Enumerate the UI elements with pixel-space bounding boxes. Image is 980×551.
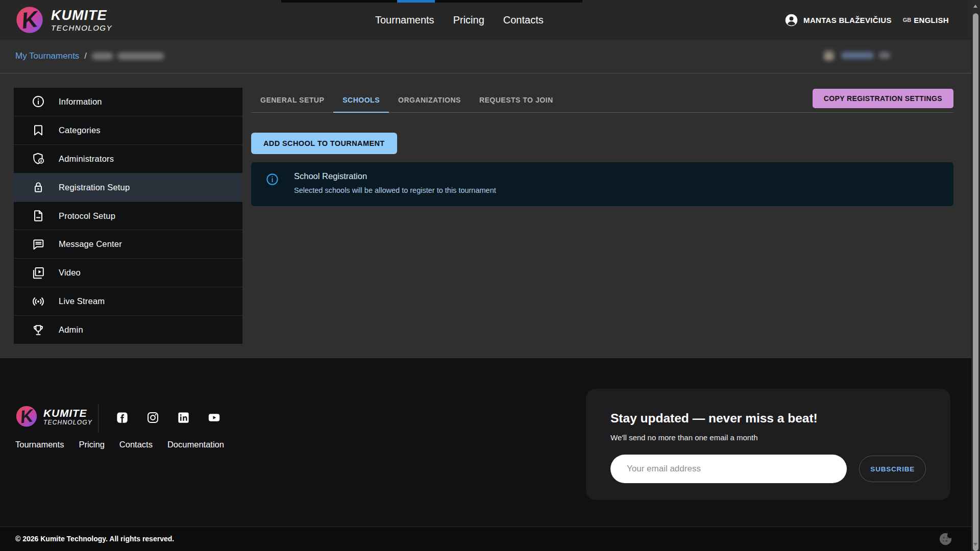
- admin-shield-icon: [31, 152, 45, 166]
- tab-requests-to-join[interactable]: REQUESTS TO JOIN: [470, 89, 562, 112]
- date-badge: [822, 48, 890, 62]
- chat-icon: [31, 237, 45, 252]
- sidebar-item-protocol-setup[interactable]: Protocol Setup: [14, 202, 242, 230]
- main-nav: Tournaments Pricing Contacts: [375, 0, 544, 40]
- language-label: ENGLISH: [914, 16, 949, 24]
- sidebar-item-label: Video: [59, 268, 81, 278]
- brand-name: KUMITE: [51, 9, 112, 22]
- facebook-icon: [115, 411, 129, 424]
- footer: K KUMITE TECHNOLOGY: [0, 358, 971, 527]
- main-panel: GENERAL SETUP SCHOOLS ORGANIZATIONS REQU…: [251, 74, 953, 358]
- broadcast-icon: [31, 294, 45, 309]
- social-link-facebook[interactable]: [115, 411, 129, 424]
- scrollbar-down-arrow-icon[interactable]: [973, 543, 977, 546]
- info-icon: [265, 172, 279, 186]
- sidebar-item-message-center[interactable]: Message Center: [14, 230, 242, 258]
- tabs-row: GENERAL SETUP SCHOOLS ORGANIZATIONS REQU…: [251, 89, 953, 113]
- header: K KUMITE TECHNOLOGY Tournaments Pricing …: [0, 0, 971, 40]
- scrollbar-thumb[interactable]: [973, 13, 978, 551]
- kumite-logo-icon: K: [15, 405, 38, 428]
- copyright-text: © 2026 Kumite Technology. All rights res…: [15, 535, 174, 543]
- subscribe-button[interactable]: SUBSCRIBE: [859, 456, 926, 482]
- sidebar-item-registration-setup[interactable]: Registration Setup: [14, 173, 242, 202]
- breadcrumb-separator: /: [84, 51, 87, 61]
- brand-subtitle: TECHNOLOGY: [51, 24, 112, 32]
- footer-link-documentation[interactable]: Documentation: [167, 440, 224, 449]
- footer-link-pricing[interactable]: Pricing: [79, 440, 104, 449]
- sidebar-item-label: Administrators: [59, 154, 114, 164]
- bottom-bar: © 2026 Kumite Technology. All rights res…: [0, 527, 971, 551]
- sidebar-item-label: Live Stream: [59, 296, 105, 306]
- lock-icon: [31, 180, 45, 194]
- window-top-strip: [281, 0, 582, 3]
- footer-brand-logo[interactable]: K KUMITE TECHNOLOGY: [15, 405, 92, 428]
- bookmark-icon: [31, 123, 45, 137]
- social-link-youtube[interactable]: [207, 411, 221, 424]
- sidebar-item-label: Registration Setup: [59, 183, 130, 192]
- scrollbar-up-arrow-icon[interactable]: [973, 5, 977, 8]
- alert-title: School Registration: [294, 171, 496, 181]
- footer-brand-subtitle: TECHNOLOGY: [43, 419, 92, 425]
- newsletter-subtitle: We'll send no more than one email a mont…: [610, 433, 926, 442]
- add-school-button[interactable]: ADD SCHOOL TO TOURNAMENT: [251, 133, 397, 154]
- sidebar-item-categories[interactable]: Categories: [14, 116, 242, 144]
- cookie-settings-icon[interactable]: [938, 531, 953, 547]
- brand-logo[interactable]: K KUMITE TECHNOLOGY: [15, 6, 112, 34]
- newsletter-title: Stay updated — never miss a beat!: [610, 411, 926, 425]
- scrollbar[interactable]: [971, 0, 980, 551]
- sidebar-item-label: Admin: [59, 325, 83, 335]
- social-link-linkedin[interactable]: [177, 411, 190, 424]
- tab-general-setup[interactable]: GENERAL SETUP: [251, 89, 333, 112]
- sidebar-item-label: Protocol Setup: [59, 211, 115, 221]
- breadcrumb: My Tournaments /: [15, 51, 164, 61]
- language-selector[interactable]: GB ENGLISH: [903, 16, 949, 24]
- calendar-icon: [822, 48, 836, 62]
- social-links: [115, 411, 221, 424]
- email-input[interactable]: [610, 455, 847, 483]
- sidebar-item-live-stream[interactable]: Live Stream: [14, 287, 242, 315]
- user-name: MANTAS BLAŽEVIČIUS: [803, 16, 892, 24]
- sidebar-item-admin[interactable]: Admin: [14, 315, 242, 344]
- school-registration-alert: School Registration Selected schools wil…: [251, 162, 953, 206]
- language-country-code: GB: [903, 17, 912, 23]
- footer-brand-name: KUMITE: [43, 408, 92, 418]
- sidebar: Information Categories: [14, 88, 242, 344]
- instagram-icon: [146, 411, 160, 424]
- footer-link-contacts[interactable]: Contacts: [119, 440, 153, 449]
- sidebar-item-label: Categories: [59, 126, 101, 135]
- tab-indicator: [397, 0, 435, 3]
- copy-registration-settings-button[interactable]: COPY REGISTRATION SETTINGS: [813, 89, 953, 108]
- social-link-instagram[interactable]: [146, 411, 160, 424]
- breadcrumb-bar: My Tournaments /: [0, 40, 971, 73]
- tab-schools[interactable]: SCHOOLS: [333, 89, 389, 112]
- nav-pricing[interactable]: Pricing: [453, 14, 484, 26]
- sidebar-item-video[interactable]: Video: [14, 258, 242, 287]
- footer-divider: [98, 404, 99, 433]
- linkedin-icon: [177, 411, 190, 424]
- nav-contacts[interactable]: Contacts: [503, 14, 544, 26]
- trophy-icon: [31, 323, 45, 337]
- kumite-logo-icon: K: [15, 6, 44, 34]
- document-icon: [31, 209, 45, 223]
- app-root: K KUMITE TECHNOLOGY Tournaments Pricing …: [0, 0, 980, 551]
- info-icon: [31, 94, 45, 109]
- nav-tournaments[interactable]: Tournaments: [375, 14, 434, 26]
- sidebar-item-information[interactable]: Information: [14, 88, 242, 116]
- footer-link-tournaments[interactable]: Tournaments: [15, 440, 64, 449]
- alert-text: Selected schools will be allowed to regi…: [294, 186, 496, 194]
- sidebar-item-label: Message Center: [59, 239, 122, 249]
- content-area: Information Categories: [0, 74, 971, 358]
- sidebar-item-label: Information: [59, 97, 102, 107]
- youtube-icon: [207, 411, 221, 424]
- breadcrumb-current-redacted: [92, 53, 164, 60]
- breadcrumb-my-tournaments[interactable]: My Tournaments: [15, 51, 79, 61]
- tab-organizations[interactable]: ORGANIZATIONS: [389, 89, 470, 112]
- video-library-icon: [31, 266, 45, 280]
- account-circle-icon: [785, 13, 798, 27]
- sidebar-item-administrators[interactable]: Administrators: [14, 144, 242, 173]
- footer-links: Tournaments Pricing Contacts Documentati…: [15, 440, 224, 449]
- user-menu[interactable]: MANTAS BLAŽEVIČIUS GB ENGLISH: [785, 13, 949, 27]
- newsletter-card: Stay updated — never miss a beat! We'll …: [586, 389, 950, 500]
